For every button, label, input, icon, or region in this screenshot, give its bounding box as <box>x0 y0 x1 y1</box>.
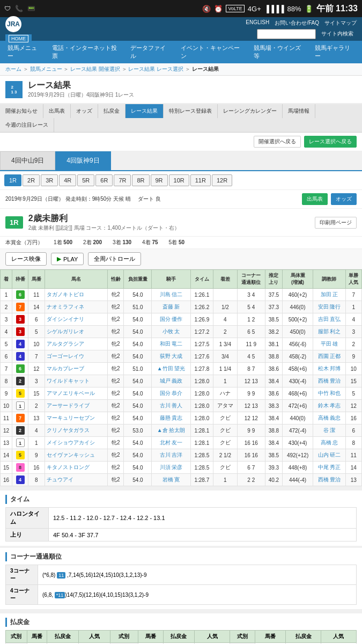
trainer-link[interactable]: 西橋 豊治 <box>318 378 341 384</box>
table-row: 2 7 14 ナオミラフィネ 牝2 51.0 斎藤 新 1:26.2 1/2 5… <box>1 301 362 313</box>
trainer-link[interactable]: 中竹 和也 <box>318 390 341 396</box>
horse-name-link[interactable]: セイヴァンキッシュ <box>47 452 95 458</box>
nav-venues[interactable]: 競馬場・ウインズ等 <box>248 41 310 63</box>
trainer-link[interactable]: 高橋 義忠 <box>318 415 341 421</box>
jockey-link[interactable]: 川須 栄彦 <box>160 464 183 470</box>
cell-corners: 1 2 <box>237 313 265 326</box>
trainer-link[interactable]: 西園 正都 <box>318 353 341 359</box>
subnav-track[interactable]: 馬場情報 <box>283 104 315 118</box>
jockey-link[interactable]: ▲竹田 望光 <box>157 365 186 371</box>
jockey-link[interactable]: ▲倉 拾太朗 <box>157 427 186 433</box>
jockey-link[interactable]: 藤懸 貴志 <box>160 415 183 421</box>
round-tab-2[interactable]: 2R <box>23 174 40 186</box>
jockey-link[interactable]: 荻野 大成 <box>160 353 183 359</box>
trainer-link[interactable]: 鈴木 孝志 <box>318 402 341 408</box>
round-tab-1[interactable]: 1R <box>4 174 21 186</box>
jockey-link[interactable]: 川島 信二 <box>160 291 183 297</box>
subnav-entry[interactable]: 出馬表 <box>43 104 71 118</box>
trainer-link[interactable]: 高橋 忠 <box>321 440 338 445</box>
round-tab-4[interactable]: 4R <box>59 174 76 186</box>
round-tab-12[interactable]: 12R <box>212 174 232 186</box>
trainer-link[interactable]: 吉田 直弘 <box>318 316 341 322</box>
horse-name-link[interactable]: ナオミラフィネ <box>47 304 84 310</box>
jockey-link[interactable]: 城戸 義政 <box>160 378 183 384</box>
horse-name-link[interactable]: シゲルガリレオ <box>47 328 84 334</box>
subnav-featured[interactable]: 今週の注目レース <box>0 118 54 132</box>
subnav-odds[interactable]: オッズ <box>71 104 98 118</box>
trainer-link[interactable]: 谷 潔 <box>323 427 336 433</box>
meeting-tab-nakayama[interactable]: 4回中山9日 <box>0 151 55 170</box>
round-tab-3[interactable]: 3R <box>41 174 58 186</box>
cell-name: アマノエリキベール <box>45 387 108 400</box>
jockey-link[interactable]: 和田 竜二 <box>160 341 183 347</box>
breadcrumb-race-select[interactable]: レース結果 レース選択 <box>128 66 183 72</box>
round-tab-7[interactable]: 7R <box>114 174 131 186</box>
nav-betting[interactable]: 電話・インターネット投票 <box>47 41 125 63</box>
round-tab-8[interactable]: 8R <box>132 174 149 186</box>
subnav-special[interactable]: 特別レース登録表 <box>164 104 218 118</box>
subnav-calendar[interactable]: レーシングカレンダー <box>218 104 283 118</box>
horse-name-link[interactable]: マルカブレーブ <box>47 365 84 371</box>
jockey-link[interactable]: 国分 優作 <box>160 316 183 322</box>
round-tab-6[interactable]: 6R <box>95 174 113 186</box>
horse-name-link[interactable]: ダイシンイナリ <box>47 316 84 322</box>
back-to-race-button[interactable]: レース選択へ戻る <box>304 136 357 148</box>
jockey-link[interactable]: 北村 友一 <box>160 440 183 445</box>
trainer-link[interactable]: 中尾 秀正 <box>318 464 341 470</box>
breadcrumb-home[interactable]: ホーム <box>5 66 21 72</box>
odds-button[interactable]: オッズ <box>331 193 357 205</box>
trainer-link[interactable]: 加田 正 <box>321 291 338 297</box>
cell-margin: 3/4 <box>213 350 237 363</box>
trainer-link[interactable]: 西橋 豊治 <box>318 477 341 482</box>
horse-name-link[interactable]: メイショウアカイシ <box>47 440 95 445</box>
english-link[interactable]: ENGLISH <box>246 19 269 27</box>
trainer-link[interactable]: 安田 隆行 <box>318 304 341 310</box>
entry-list-button[interactable]: 出馬表 <box>302 193 328 205</box>
jockey-link[interactable]: 小牧 太 <box>162 328 180 334</box>
patrol-button[interactable]: 全周パトロール <box>88 252 141 266</box>
round-tab-10[interactable]: 10R <box>169 174 189 186</box>
horse-name-link[interactable]: ゴーゴーレイウ <box>47 353 84 359</box>
search-button[interactable]: サイト内検索 <box>318 29 357 39</box>
jockey-link[interactable]: 岩橋 寛 <box>162 477 180 482</box>
trainer-link[interactable]: 服部 利之 <box>318 328 341 334</box>
trainer-link[interactable]: 松木 邦博 <box>318 365 341 371</box>
subnav-notice[interactable]: 開催お知らせ <box>0 104 43 118</box>
meeting-tab-hanshin[interactable]: 4回阪神9日 <box>55 151 110 170</box>
jockey-link[interactable]: 国分 恭介 <box>160 390 183 396</box>
horse-name-link[interactable]: アマノエリキベール <box>47 390 95 396</box>
trainer-link[interactable]: 平田 雄 <box>321 341 338 347</box>
sitemap-link[interactable]: サイトマップ <box>324 19 357 27</box>
horse-name-link[interactable]: ワイルドキャット <box>47 378 90 384</box>
faq-link[interactable]: お問い合わせ/FAQ <box>275 19 319 27</box>
horse-name-link[interactable]: アルタグラシア <box>47 341 84 347</box>
subnav-payoff[interactable]: 払戻金 <box>98 104 125 118</box>
trainer-link[interactable]: 山内 研二 <box>318 452 341 458</box>
breadcrumb-menu[interactable]: 競馬メニュー <box>30 66 62 72</box>
nav-data[interactable]: データファイル <box>125 41 175 63</box>
play-button[interactable]: ▶ PLAY <box>51 253 84 265</box>
nav-gallery[interactable]: 競馬ギャラリー <box>309 41 360 63</box>
jockey-link[interactable]: 古川 吉洋 <box>160 452 183 458</box>
round-tab-11[interactable]: 11R <box>190 174 211 186</box>
cell-time: 1:28.1 <box>190 437 213 449</box>
nav-horse-menu[interactable]: 競馬メニュー <box>2 41 47 63</box>
search-input[interactable] <box>257 29 316 39</box>
horse-name-link[interactable]: アーサードライブ <box>47 402 90 408</box>
breadcrumb-meeting[interactable]: レース結果 開催選択 <box>70 66 120 72</box>
round-tab-5[interactable]: 5R <box>77 174 94 186</box>
subnav-results[interactable]: レース結果 <box>125 104 164 118</box>
horse-name-link[interactable]: タガノキトピロ <box>47 291 84 297</box>
horse-name-link[interactable]: チュウアイ <box>47 477 73 482</box>
print-button[interactable]: 印刷用ページ <box>315 217 357 229</box>
horse-name-link[interactable]: マーキュリーセブン <box>47 415 95 421</box>
horse-name-link[interactable]: クリノヤタガラス <box>47 427 90 433</box>
horse-name-link[interactable]: キタノストロング <box>47 464 90 470</box>
round-tab-9[interactable]: 9R <box>151 174 168 186</box>
jockey-link[interactable]: 古川 善人 <box>160 402 183 408</box>
prize-info: 本賞金（万円） 1着 500 2着 200 3着 130 4着 75 5着 50 <box>0 237 362 249</box>
prize-1: 1着 500 <box>54 239 72 246</box>
nav-events[interactable]: イベント・キャンペーン <box>175 41 248 63</box>
jockey-link[interactable]: 斎藤 新 <box>162 304 180 310</box>
back-to-meeting-button[interactable]: 開催選択へ戻る <box>254 136 301 148</box>
